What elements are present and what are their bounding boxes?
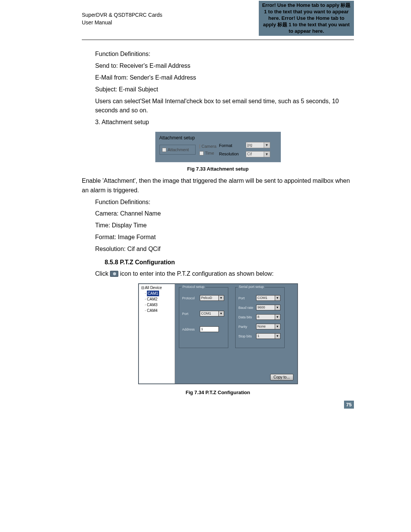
para-resolution: Resolution: Cif and QCif <box>95 244 354 254</box>
device-tree: ⊟ All Device · CAM1 · CAM2 · CAM3 · CAM4 <box>139 284 175 383</box>
databits-select[interactable]: 8 ▼ <box>256 314 280 320</box>
baud-label: Baud rate <box>239 306 254 310</box>
port-left-select[interactable]: COM1 ▼ <box>200 311 224 316</box>
tree-root[interactable]: ⊟ All Device <box>141 286 172 290</box>
protocol-group-legend: Protocol setup <box>182 285 206 289</box>
para-enable-attachment: Enable 'Attachment', then the image that… <box>82 176 354 195</box>
main-content: Function Definitions: Send to: Receiver'… <box>82 50 354 409</box>
format-label: Format <box>219 143 242 148</box>
para-setmail: Users can select'Set Mail Internal'check… <box>95 97 354 116</box>
para-function-defs-2: Function Definitions: <box>95 198 354 207</box>
format-select[interactable]: jpg ▼ <box>246 142 270 148</box>
ptz-config-panel: ⊟ All Device · CAM1 · CAM2 · CAM3 · CAM4… <box>138 283 298 384</box>
chevron-down-icon: ▼ <box>219 311 224 316</box>
time-label: Time <box>205 151 214 155</box>
chevron-down-icon: ▼ <box>275 305 280 310</box>
resolution-value: Cif <box>246 151 264 157</box>
time-checkbox[interactable]: Time <box>199 151 215 155</box>
tree-item-cam3[interactable]: · CAM3 <box>145 302 172 308</box>
chevron-down-icon: ▼ <box>264 142 270 148</box>
chevron-down-icon: ▼ <box>275 314 280 320</box>
ptz-icon[interactable] <box>110 271 118 277</box>
para-time: Time: Display Time <box>95 221 354 230</box>
attachment-checkbox[interactable]: Attachment <box>162 147 193 152</box>
tree-item-cam1[interactable]: · CAM1 <box>145 291 172 296</box>
header-subtitle: User Manual <box>82 19 162 27</box>
serial-port-setup-group: Serial port setup Port COM1 ▼ Baud rate <box>235 287 285 348</box>
databits-label: Data bits <box>239 315 254 319</box>
camera-label: Camera <box>202 144 217 149</box>
para-emailfrom: E-Mail from: Sender's E-mail Address <box>95 73 354 83</box>
tree-item-cam4[interactable]: · CAM4 <box>145 308 172 313</box>
checkbox-icon <box>199 144 200 149</box>
para-subject: Subject: E-mail Subject <box>95 85 354 94</box>
page-number: 75 <box>344 401 354 409</box>
figure-7-34: ⊟ All Device · CAM1 · CAM2 · CAM3 · CAM4… <box>82 283 354 386</box>
section-heading-858: 8.5.8 P.T.Z Configuration <box>105 258 354 267</box>
port-right-label: Port <box>239 296 254 300</box>
para-sendto: Send to: Receiver's E-mail Address <box>95 61 354 71</box>
checkbox-icon <box>162 148 166 152</box>
chevron-down-icon: ▼ <box>219 295 224 301</box>
attachment-setup-panel: Attachment setup Attachment Camera <box>155 132 281 162</box>
copy-to-button[interactable]: Copy to... <box>270 374 293 380</box>
para-camera: Camera: Channel Name <box>95 209 354 219</box>
header-left: SuperDVR & QSDT8PCRC Cards User Manual <box>82 11 162 26</box>
header-title: SuperDVR & QSDT8PCRC Cards <box>82 11 162 19</box>
protocol-select[interactable]: PelcoD ▼ <box>200 295 224 301</box>
para-function-defs: Function Definitions: <box>95 50 354 59</box>
ptz-body: Protocol setup Protocol PelcoD ▼ Port CO <box>175 284 297 383</box>
stopbits-select[interactable]: 1 ▼ <box>256 333 280 339</box>
serial-group-legend: Serial port setup <box>238 285 265 289</box>
attachment-panel-title: Attachment setup <box>159 135 277 141</box>
protocol-setup-group: Protocol setup Protocol PelcoD ▼ Port CO <box>179 287 228 348</box>
tree-item-cam2[interactable]: · CAM2 <box>145 296 172 302</box>
chevron-down-icon: ▼ <box>275 295 280 301</box>
parity-label: Parity <box>239 325 254 329</box>
format-value: jpg <box>246 142 264 148</box>
camera-checkbox[interactable]: Camera <box>199 144 215 149</box>
port-right-select[interactable]: COM1 ▼ <box>256 295 280 301</box>
figure-7-33-caption: Fig 7.33 Attachment setup <box>82 166 354 172</box>
chevron-down-icon: ▼ <box>275 324 280 329</box>
figure-7-34-caption: Fig 7.34 P.T.Z Configuration <box>82 390 354 395</box>
para-attachment-setup: 3. Attachment setup <box>95 118 354 127</box>
para-format: Format: Image Format <box>95 233 354 242</box>
address-label: Address <box>182 328 198 331</box>
header-error-box: Error! Use the Home tab to apply 标题 1 to… <box>259 1 354 36</box>
figure-7-33: Attachment setup Attachment Camera <box>82 132 354 162</box>
checkbox-icon <box>199 151 204 155</box>
baud-select[interactable]: 9600 ▼ <box>256 305 280 310</box>
click-text-before: Click <box>95 270 110 277</box>
page-header: SuperDVR & QSDT8PCRC Cards User Manual E… <box>82 11 354 40</box>
page-number-box: 75 <box>82 401 354 409</box>
chevron-down-icon: ▼ <box>264 151 270 157</box>
protocol-label: Protocol <box>182 296 198 300</box>
port-left-label: Port <box>182 312 198 316</box>
attachment-label: Attachment <box>168 147 189 152</box>
address-input[interactable]: 1 <box>200 326 219 332</box>
chevron-down-icon: ▼ <box>275 333 280 339</box>
click-text-after: icon to enter into the P.T.Z configurati… <box>120 270 274 277</box>
parity-select[interactable]: None ▼ <box>256 324 280 329</box>
resolution-select[interactable]: Cif ▼ <box>246 151 270 157</box>
stopbits-label: Stop bits <box>239 334 254 338</box>
resolution-label: Resolution <box>219 152 242 156</box>
para-click-icon: Click icon to enter into the P.T.Z confi… <box>95 269 354 279</box>
